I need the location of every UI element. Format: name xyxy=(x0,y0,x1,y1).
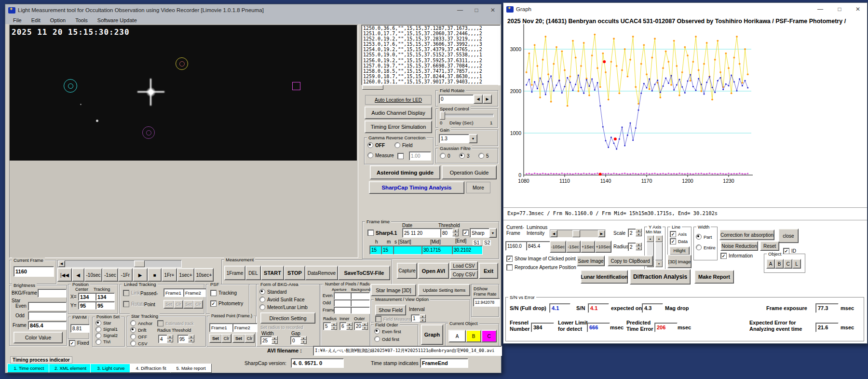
passed-frame1-field[interactable]: Frame1 xyxy=(209,323,234,332)
gain-field[interactable]: 1.3 xyxy=(439,134,472,143)
graph-close-icon[interactable]: ✕ xyxy=(850,3,866,15)
odd-first-radio[interactable]: Odd first xyxy=(374,336,399,342)
gaussian-3-radio[interactable]: 3 xyxy=(459,153,470,159)
direction-setting-button[interactable]: Direction Setting xyxy=(260,312,315,324)
play-button[interactable]: ▶ xyxy=(133,268,148,282)
speed-slider[interactable] xyxy=(440,114,494,117)
correction-absorption-button[interactable]: Correction for absorption xyxy=(719,230,774,240)
close-graph-button[interactable]: close xyxy=(778,229,799,243)
graph-button[interactable]: Graph xyxy=(421,325,443,345)
frame-slider[interactable]: ◀ xyxy=(57,260,182,268)
star-even-field[interactable] xyxy=(28,302,67,311)
passed-set1-button[interactable]: Set xyxy=(209,334,222,343)
step-xml-element[interactable]: 2. XML element xyxy=(49,364,92,373)
object-b-button[interactable]: B xyxy=(466,330,481,342)
rotate-checkbox[interactable]: Rotate xyxy=(123,301,145,307)
posset-signal2-radio[interactable]: Signal2 xyxy=(95,333,118,338)
star-frame-field[interactable]: 845.4 xyxy=(28,321,67,330)
pos-x2-field[interactable]: 134 xyxy=(95,293,115,301)
linked-clr2-button[interactable]: Clr xyxy=(193,300,203,309)
stop-measure-button[interactable]: STOP xyxy=(284,266,305,280)
menu-tools[interactable]: Tools xyxy=(70,17,93,23)
bkg-meteor-radio[interactable]: Meteor/Lunar Limb xyxy=(259,304,308,310)
gain-dropdown-icon[interactable]: ▼ xyxy=(469,134,477,143)
selection-square-magenta[interactable] xyxy=(292,82,300,90)
gamma-field-radio[interactable]: Field xyxy=(394,142,413,148)
timestamp-indicates-field[interactable]: FrameEnd xyxy=(420,358,468,368)
aperture-ring-purple[interactable] xyxy=(142,126,155,139)
exit-button[interactable]: Exit xyxy=(479,263,498,279)
off-radio[interactable]: OFF xyxy=(130,334,147,339)
save-image-button[interactable]: Save Image xyxy=(577,256,605,266)
menu-file[interactable]: File xyxy=(8,17,27,23)
3d-image-button[interactable]: [3D] Image xyxy=(667,255,692,268)
outer-spinner[interactable]: ▲▼ xyxy=(362,322,368,330)
pixels-even-aperture[interactable] xyxy=(334,292,353,299)
menu-software-update[interactable]: Software Update xyxy=(93,17,142,23)
capture-button[interactable]: Capture xyxy=(397,263,417,279)
more-button[interactable]: More xyxy=(466,182,490,193)
hilight-button[interactable]: Hilight xyxy=(669,246,690,255)
play-reverse-button[interactable]: ◀ xyxy=(72,268,84,282)
line-data-checkbox[interactable]: Data xyxy=(670,238,688,244)
graph-maximize-icon[interactable]: □ xyxy=(831,3,848,15)
passed-clr2-button[interactable]: Clr xyxy=(244,334,255,343)
minus-1sec-graph-button[interactable]: -1Sec xyxy=(566,241,581,253)
linked-set1-button[interactable]: Set xyxy=(163,300,174,309)
information-checkbox[interactable]: Information xyxy=(720,253,753,259)
bkg-width-spinner[interactable]: ▲▼ xyxy=(271,336,278,344)
copy-to-clipboard-button[interactable]: Copy to ClipBoard xyxy=(608,256,653,266)
fwhm-field[interactable]: 8.81 xyxy=(70,324,90,333)
update-setting-items-button[interactable]: Update Setting Items xyxy=(418,284,470,296)
star-image-3d-button[interactable]: Star Image [3D] xyxy=(371,284,416,296)
field-rotate-left-icon[interactable]: ◀ xyxy=(474,95,483,104)
open-avi-button[interactable]: Open AVI xyxy=(418,263,449,279)
make-report-button[interactable]: Make Report xyxy=(694,270,734,284)
line-axis-checkbox[interactable]: Axis xyxy=(670,231,687,237)
luminous-intensity-field[interactable]: 845.4 xyxy=(526,241,551,251)
plus-1sec-graph-button[interactable]: +1Sec xyxy=(581,241,595,253)
video-frame[interactable]: 2025 11 20 15:15:30:230 xyxy=(10,25,357,161)
even-first-radio[interactable]: Even first xyxy=(374,328,401,334)
bkg-avoid-radio[interactable]: Avoid Sunlit Face xyxy=(259,297,305,302)
pixels-frame-bkg[interactable] xyxy=(351,307,370,314)
sharp-combo-dropdown-icon[interactable]: ▼ xyxy=(489,228,497,238)
drift-radio[interactable]: Drift xyxy=(130,327,146,333)
minus-1frame-button[interactable]: -1Fr xyxy=(118,268,133,282)
gamma-checkbox[interactable] xyxy=(397,153,404,159)
scale-spinner[interactable]: ▲▼ xyxy=(636,229,642,236)
gamma-value-field[interactable]: 1.00 xyxy=(409,151,431,161)
field-measure-checkbox[interactable]: Field Measure xyxy=(375,316,411,322)
csv-radio[interactable]: CSV xyxy=(130,340,148,346)
pixels-even-bkg[interactable] xyxy=(351,292,370,299)
current-frame-field[interactable]: 1160 xyxy=(14,266,54,277)
width-entire-radio[interactable]: Entire xyxy=(696,244,716,250)
radius-threshold-spinner[interactable]: ▲▼ xyxy=(167,335,173,342)
graph-object-b-button[interactable]: B xyxy=(775,259,784,269)
del-button[interactable]: DEL xyxy=(245,266,261,280)
step-diffraction-fit[interactable]: 4. Diffraction fit xyxy=(130,364,172,373)
gaussian-5-radio[interactable]: 5 xyxy=(478,153,489,159)
stop-button[interactable]: ■ xyxy=(148,268,162,282)
step-light-curve[interactable]: 3. Light curve xyxy=(90,364,132,373)
show-image-clicked-checkbox[interactable]: Show Image of Clicked point xyxy=(506,256,576,262)
save-to-csv-button[interactable]: SaveToCSV-File xyxy=(338,266,390,280)
psf-tracking-checkbox[interactable]: Tracking xyxy=(210,290,237,296)
passed-frame2-field[interactable]: Frame2 xyxy=(232,323,258,332)
avi-filename-field[interactable]: I:¥A-えんぺい観測¥観測記録2025¥07-12月¥20251121◎Ben… xyxy=(313,346,502,356)
object-a-button[interactable]: A xyxy=(448,330,466,342)
posset-tivi-radio[interactable]: TiVi xyxy=(95,339,110,345)
color-value-button[interactable]: Color Value xyxy=(14,332,63,343)
minus-1sec-button[interactable]: -1sec xyxy=(102,268,118,282)
radius-spinner[interactable]: ▲▼ xyxy=(331,322,337,330)
graph-titlebar[interactable]: Graph — □ ✕ xyxy=(503,3,867,15)
asteroid-timing-guide-button[interactable]: Asteroid timing guide xyxy=(370,165,440,179)
time-start-field[interactable] xyxy=(393,245,424,255)
graph-object-c-button[interactable]: C xyxy=(784,259,792,269)
interval-spinner[interactable]: ▲▼ xyxy=(420,314,426,322)
list-hscrollbar[interactable] xyxy=(361,85,498,89)
sharp-enable-checkbox[interactable] xyxy=(462,230,469,236)
bkg-standard-radio[interactable]: Standard xyxy=(259,289,287,295)
step-make-report[interactable]: 5. Make report xyxy=(170,364,212,373)
time-mid-field[interactable]: 30.1715 xyxy=(421,245,452,255)
